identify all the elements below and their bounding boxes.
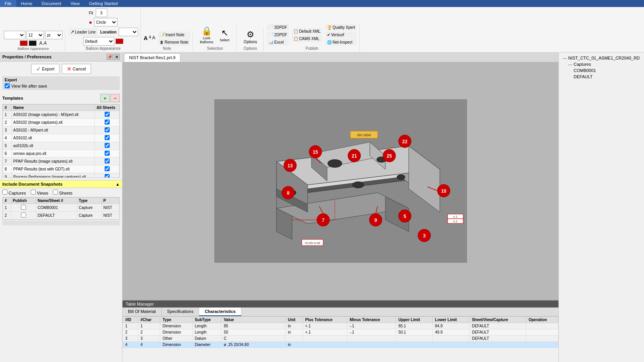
tree-item[interactable]: COMB0001 — [561, 67, 642, 74]
char-unit: in — [285, 329, 303, 336]
char-minus-tol: -.1 — [347, 329, 396, 336]
font-color-swatch[interactable] — [20, 40, 28, 46]
char-lower — [432, 342, 469, 348]
characteristics-row[interactable]: 4 4 Dimension Diameter ø .25 20/34.80 in — [123, 342, 558, 348]
template-name: Process Performance (image captures).xlt — [12, 173, 95, 178]
view-file-checkbox[interactable] — [5, 83, 10, 88]
template-num: 3 — [3, 127, 12, 134]
views-checkbox[interactable] — [31, 190, 36, 195]
balloon-color-swatch[interactable] — [116, 39, 123, 44]
horizontal-scrollbar[interactable] — [2, 221, 120, 225]
cancel-btn[interactable]: ✕ Cancel — [62, 64, 91, 74]
sheets-checkbox-label[interactable]: Sheets — [53, 190, 72, 195]
view-tab[interactable]: View — [66, 0, 84, 7]
file-tab[interactable]: File — [0, 0, 16, 7]
template-row[interactable]: 9 Process Performance (image captures).x… — [3, 173, 119, 178]
remove-note-btn[interactable]: 🗑 Remove Note — [158, 39, 190, 46]
template-row[interactable]: 8 PPAP Results (text with GDT).xlt — [3, 165, 119, 173]
select-btn[interactable]: ↖ Select — [217, 26, 233, 44]
insert-note-icon: 📝 — [160, 33, 164, 37]
characteristics-table-wrapper: #ID #Char Type SubType Value Unit Plus T… — [122, 316, 558, 348]
sheets-checkbox[interactable] — [53, 190, 58, 195]
document-tab-menu[interactable]: Document — [37, 0, 66, 7]
shape-select[interactable]: Circle — [94, 18, 117, 26]
getting-started-tab[interactable]: Getting Started — [84, 0, 122, 7]
view-appearance-select[interactable] — [4, 31, 25, 39]
canvas-area[interactable]: 7 9 15 13 8 21 — [122, 62, 558, 300]
char-value: C — [221, 336, 285, 342]
fit-input[interactable] — [96, 9, 107, 17]
svg-text:7: 7 — [322, 218, 324, 223]
tree-item[interactable]: DEFAULT — [561, 74, 642, 80]
capture-row[interactable]: 1 COMB0001 Capture NIST — [3, 204, 119, 212]
tree-item[interactable]: —NIST_CTC_01_ASME1_CR2040_RD — [561, 55, 642, 61]
char-id: 2 — [123, 329, 138, 336]
template-all-sheets — [95, 127, 119, 134]
quality-icon: 🏆 — [327, 25, 332, 30]
template-row[interactable]: 6 omnex aqua pro.xlt — [3, 150, 119, 158]
remove-template-btn[interactable]: − — [110, 94, 120, 102]
captures-checkbox-label[interactable]: Captures — [2, 190, 26, 195]
char-plus-tol — [303, 342, 347, 348]
include-snapshots-bar[interactable]: Include Document Snapshots ▲ — [0, 180, 122, 188]
tree-item-label: NIST_CTC_01_ASME1_CR2040_RD — [568, 56, 640, 60]
leader-line-btn[interactable]: ↗ Leader Line — [68, 28, 98, 36]
verisurf-btn[interactable]: ✔ Verisurf — [325, 32, 357, 38]
net-inspect-btn[interactable]: 🌐 Net-Inspect — [325, 39, 357, 46]
template-row[interactable]: 4 AS9102.xlt — [3, 134, 119, 142]
document-tab[interactable]: NIST Bracket Rev1.prt.9 — [124, 53, 180, 62]
excel-btn[interactable]: 📊 Excel — [267, 39, 289, 46]
characteristics-row[interactable]: 1 1 Dimension Length 85 in +.1 -.1 85.1 … — [123, 323, 558, 329]
bold-btn[interactable]: A — [39, 40, 42, 46]
italic-btn[interactable]: A — [44, 40, 47, 46]
export-check-icon: ✓ — [36, 66, 41, 72]
char-subtype: Diameter — [192, 342, 221, 348]
template-row[interactable]: 5 as9102b.xlt — [3, 142, 119, 150]
circle-shape-icon: ● — [89, 19, 92, 25]
panel-close-btn[interactable]: ✕ — [114, 54, 120, 60]
svg-text:8: 8 — [287, 190, 289, 196]
bg-color-swatch[interactable] — [29, 40, 37, 46]
font-controls: A 4 A — [144, 35, 156, 41]
specifications-tab[interactable]: Specifications — [162, 308, 200, 316]
tree-collapse-icon: — — [568, 62, 572, 67]
char-id: 1 — [123, 323, 138, 329]
views-checkbox-label[interactable]: Views — [31, 190, 48, 195]
cams-xml-btn[interactable]: 📋 CAMS XML — [292, 35, 322, 42]
template-row[interactable]: 3 AS9102 - MXpert.xlt — [3, 127, 119, 134]
options-icon: ⚙ — [247, 30, 254, 40]
template-all-sheets — [95, 150, 119, 158]
characteristics-row[interactable]: 3 3 Other Datum C DEFAULT — [123, 336, 558, 342]
bill-of-material-tab[interactable]: Bill Of Material — [122, 308, 162, 316]
template-row[interactable]: 7 PPAP Results (image captures).xlt — [3, 158, 119, 165]
2dpdf-btn[interactable]: 📄 2DPDF — [267, 32, 289, 38]
panel-pin-btn[interactable]: 📌 — [107, 54, 113, 60]
location-select[interactable] — [119, 28, 138, 36]
part-svg: 7 9 15 13 8 21 — [214, 99, 467, 263]
default-select[interactable]: Default — [83, 37, 114, 46]
char-char: 2 — [138, 329, 160, 336]
quality-xpert-btn[interactable]: 🏆 Quality Xpert — [325, 24, 357, 31]
template-row[interactable]: 2 AS9102 (Image captures).xlt — [3, 119, 119, 127]
note-group-label: Note — [163, 46, 171, 51]
characteristics-tab[interactable]: Characteristics — [199, 308, 242, 316]
export-btn[interactable]: ✓ Export — [31, 64, 60, 74]
captures-checkbox[interactable] — [2, 190, 7, 195]
template-all-sheets — [95, 165, 119, 173]
3dpdf-btn[interactable]: 📄 3DPDF — [267, 24, 289, 31]
default-xml-btn[interactable]: 📋 Default XML — [292, 28, 322, 35]
options-btn[interactable]: ⚙ Options — [240, 28, 261, 46]
template-row[interactable]: 1 AS9102 (Image captures) - MXpert.xlt — [3, 111, 119, 119]
tree-item[interactable]: —Captures — [561, 61, 642, 67]
add-template-btn[interactable]: + — [100, 94, 110, 102]
excel-icon: 📊 — [269, 40, 273, 44]
capture-row[interactable]: 2 DEFAULT Capture NIST — [3, 212, 119, 220]
home-tab[interactable]: Home — [16, 0, 37, 7]
font-unit-select[interactable]: pt — [45, 31, 63, 39]
lock-balloons-btn[interactable]: 🔒 LockBalloons — [198, 25, 216, 46]
template-name: AS9102 - MXpert.xlt — [12, 127, 95, 134]
characteristics-row[interactable]: 2 2 Dimension Length 50 in +.1 -.1 50.1 … — [123, 329, 558, 336]
char-minus-tol — [347, 336, 396, 342]
font-size-select[interactable]: 12 — [26, 31, 44, 39]
insert-note-btn[interactable]: 📝 Insert Note — [158, 32, 190, 38]
